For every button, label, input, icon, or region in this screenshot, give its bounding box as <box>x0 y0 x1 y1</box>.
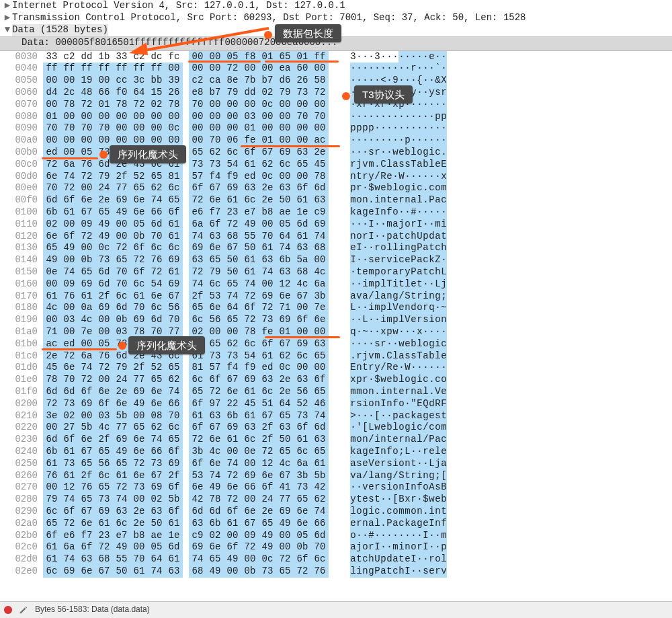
hex-bytes[interactable]: 76612f6c616e672f537472696e673b5b <box>43 470 338 482</box>
hex-bytes[interactable]: 0000000000000000007006fe010000ac <box>43 134 338 147</box>
hex-bytes[interactable]: 00034c000b696d706c56657273696f6e <box>43 314 338 326</box>
hex-bytes[interactable]: 6176612f6c616e672f537472696e673b <box>43 291 338 303</box>
hex-row[interactable]: 02906c6f6769632e636f6d6d6f6e2e696e74logi… <box>0 506 672 518</box>
hex-row[interactable]: 02406b616765496e666f3b4c000e72656c65kage… <box>0 446 672 458</box>
hex-bytes[interactable]: 6e6f7249000b70617463685570646174 <box>43 231 338 243</box>
hex-row[interactable]: 019000034c000b696d706c56657273696f6e··L·… <box>0 314 672 326</box>
hex-bytes[interactable]: 6174636855706461746549000c726f6c <box>43 553 338 566</box>
hex-bytes[interactable]: 4c000a696d706c56656e646f7271007e <box>43 302 338 314</box>
hex-row[interactable]: 02103e0200035b00087061636b6167657374>···… <box>0 410 672 422</box>
hex-bytes[interactable]: 0e74656d706f7261727950617463684c <box>43 266 338 278</box>
hex-row[interactable]: 01b0aced00057372001d7765626c6f676963····… <box>0 338 672 350</box>
hex-row[interactable]: 0280797465737400025b4278720024776562ytes… <box>0 494 672 506</box>
hex-bytes[interactable]: 00275b4c7765626c6f6769632f636f6d <box>43 422 338 434</box>
hex-bytes[interactable]: 61736556657273696f6e7400124c6a61 <box>43 458 338 470</box>
hex-row[interactable]: 022000275b4c7765626c6f6769632f636f6d·'[L… <box>0 422 672 434</box>
hex-row[interactable]: 003033c2dd1b33c2dcfc000005f8016501ff3···… <box>0 51 672 63</box>
hex-row[interactable]: 00d06e7472792f52658157f4f9ed0c000078ntry… <box>0 171 672 183</box>
hex-bytes[interactable]: ed00057372001d7765626c6f6769632e <box>43 147 338 159</box>
hex-row[interactable]: 01100200094900056d616a6f724900056d69···I… <box>0 219 672 231</box>
hex-row[interactable]: 0270001276657273696f6e496e666f417342··ve… <box>0 481 672 494</box>
hex-row[interactable]: 02306d6f6e2f696e7465726e616c2f506163mon/… <box>0 434 672 446</box>
tree-row-data[interactable]: ▼ Data (1528 bytes) <box>0 24 672 36</box>
hex-bytes[interactable]: 6d6f6e2e696e7465726e616c2e506163 <box>43 194 338 206</box>
hex-bytes[interactable]: 707200247765626c6f6769632e636f6d <box>43 182 338 194</box>
expand-icon[interactable]: ▶ <box>3 0 12 12</box>
hex-row[interactable]: 01500e74656d706f7261727950617463684c·tem… <box>0 266 672 278</box>
hex-ascii: q·~··xpw···x···· <box>350 326 451 338</box>
hex-bytes[interactable]: 2e726a766d2e436c6173735461626c65 <box>43 350 338 362</box>
hex-row[interactable]: 0090707070700000000c0000000100000000pppp… <box>0 122 672 134</box>
hex-bytes[interactable]: 7273696f6e496e666f97224551645246 <box>43 398 338 410</box>
hex-row[interactable]: 01006b616765496e666fe6f723e7b8ae1ec9kage… <box>0 206 672 219</box>
hex-bytes[interactable]: 71007e000378707702000078fe010000 <box>43 326 338 338</box>
hex-bytes[interactable]: 6549000c726f6c6c696e675061746368 <box>43 242 338 254</box>
hex-bytes[interactable]: 0078720178720278700000000c000000 <box>43 99 338 111</box>
hex-bytes[interactable]: 6e7472792f52658157f4f9ed0c000078 <box>43 171 338 183</box>
hex-bytes[interactable]: 707070700000000c0000000100000000 <box>43 122 338 134</box>
expand-icon[interactable]: ▶ <box>3 12 12 24</box>
hex-row[interactable]: 02b06fe6f723e7b8ae1ec90200094900056do··#… <box>0 530 672 542</box>
hex-row[interactable]: 02d06174636855706461746549000c726f6catch… <box>0 553 672 566</box>
hex-row[interactable]: 005000001900cc3cbb39c2ca8e7bb7d62658····… <box>0 75 672 87</box>
hex-bytes[interactable]: 6fe6f723e7b8ae1ec90200094900056d <box>43 530 338 542</box>
hex-row[interactable]: 025061736556657273696f6e7400124c6a61aseV… <box>0 458 672 470</box>
tree-row-tcp[interactable]: ▶ Transmission Control Protocol, Src Por… <box>0 12 672 24</box>
hex-row[interactable]: 00700078720178720278700000000c000000·xr·… <box>0 99 672 111</box>
hex-bytes[interactable]: d42c4866f0641526e8b779dd02797372 <box>43 87 338 99</box>
hex-bytes[interactable]: 6c696e67506174636849000b73657276 <box>43 566 338 578</box>
hex-row[interactable]: 01804c000a696d706c56656e646f7271007eL··i… <box>0 302 672 314</box>
hex-row[interactable]: 00a00000000000000000007006fe010000ac····… <box>0 134 672 147</box>
hex-row[interactable]: 01306549000c726f6c6c696e675061746368eI··… <box>0 242 672 254</box>
edit-icon[interactable] <box>19 605 28 615</box>
hex-bytes[interactable]: 797465737400025b4278720024776562 <box>43 494 338 506</box>
hex-bytes[interactable]: ffffffffffffff000000720000ea6000 <box>43 63 338 75</box>
hex-row[interactable]: 008001000000000000000000000300007070····… <box>0 111 672 123</box>
hex-bytes[interactable]: 33c2dd1b33c2dcfc000005f8016501ff <box>43 51 338 63</box>
hex-ascii: ·········p······ <box>350 134 451 147</box>
hex-bytes[interactable]: 616a6f724900056d696e6f7249000b70 <box>43 541 338 553</box>
hex-row[interactable]: 01d0456e7472792f52658157f4f9ed0c0000Entr… <box>0 362 672 374</box>
hex-bytes[interactable]: 6b616765496e666f3b4c000e72656c65 <box>43 446 338 458</box>
hex-row[interactable]: 01a071007e000378707702000078fe010000q·~·… <box>0 326 672 338</box>
hex-row[interactable]: 02007273696f6e496e666f97224551645246rsio… <box>0 398 672 410</box>
hex-row[interactable]: 00f06d6f6e2e696e7465726e616c2e506163mon.… <box>0 194 672 206</box>
hex-bytes[interactable]: 6b616765496e666fe6f723e7b8ae1ec9 <box>43 206 338 219</box>
hex-bytes[interactable]: 6d6d6f6e2e696e7465726e616c2e5665 <box>43 386 338 398</box>
hex-bytes[interactable]: 6d6f6e2f696e7465726e616c2f506163 <box>43 434 338 446</box>
hex-row[interactable]: 01f06d6d6f6e2e696e7465726e616c2e5665mmon… <box>0 386 672 398</box>
collapse-icon[interactable]: ▼ <box>3 24 12 36</box>
hex-bytes[interactable]: 3e0200035b00087061636b6167657374 <box>43 410 338 422</box>
hex-row[interactable]: 02e06c696e67506174636849000b73657276ling… <box>0 566 672 578</box>
hex-row[interactable]: 01600009696d706c5469746c657400124c6a··im… <box>0 278 672 291</box>
hex-row[interactable]: 01e078707200247765626c6f6769632e636fxpr·… <box>0 374 672 386</box>
tree-row-data-sub[interactable]: Data: 000005f8016501ffffffffffffffff0000… <box>0 36 672 50</box>
hex-bytes[interactable]: 00001900cc3cbb39c2ca8e7bb7d62658 <box>43 75 338 87</box>
hex-bytes[interactable]: 001276657273696f6e496e666f417342 <box>43 481 338 494</box>
hex-row[interactable]: 02c0616a6f724900056d696e6f7249000b70ajor… <box>0 541 672 553</box>
hex-bytes[interactable]: 49000b736572766963655061636b5a00 <box>43 254 338 266</box>
hex-row[interactable]: 01c02e726a766d2e436c6173735461626c65.rjv… <box>0 350 672 362</box>
hex-bytes[interactable]: 6c6f6769632e636f6d6d6f6e2e696e74 <box>43 506 338 518</box>
hex-row[interactable]: 0060d42c4866f0641526e8b779dd02797372·,Hf… <box>0 87 672 99</box>
hex-row[interactable]: 00b0ed00057372001d7765626c6f6769632e···s… <box>0 147 672 159</box>
hex-bytes[interactable]: 0200094900056d616a6f724900056d69 <box>43 219 338 231</box>
hex-bytes[interactable]: 65726e616c2e5061636b616765496e66 <box>43 518 338 530</box>
hex-bytes[interactable]: aced00057372001d7765626c6f676963 <box>43 338 338 350</box>
hex-bytes[interactable]: 726a766d2e436c6173735461626c6545 <box>43 159 338 171</box>
hex-bytes[interactable]: 78707200247765626c6f6769632e636f <box>43 374 338 386</box>
hex-row[interactable]: 0040ffffffffffffff000000720000ea6000····… <box>0 63 672 75</box>
hex-bytes[interactable]: 01000000000000000000000300007070 <box>43 111 338 123</box>
tree-row-ipv4[interactable]: ▶ Internet Protocol Version 4, Src: 127.… <box>0 0 672 12</box>
hex-bytes[interactable]: 456e7472792f52658157f4f9ed0c0000 <box>43 362 338 374</box>
hex-row[interactable]: 01206e6f7249000b70617463685570646174norI… <box>0 231 672 243</box>
hex-row[interactable]: 01706176612f6c616e672f537472696e673bava/… <box>0 291 672 303</box>
hex-bytes[interactable]: 0009696d706c5469746c657400124c6a <box>43 278 338 291</box>
hex-view[interactable]: 数据包长度 T3协议头 序列化魔术头 序列化魔术头 003033c2dd1b33… <box>0 51 672 578</box>
hex-row[interactable]: 00e0707200247765626c6f6769632e636f6dpr·$… <box>0 182 672 194</box>
hex-row[interactable]: 02a065726e616c2e5061636b616765496e66erna… <box>0 518 672 530</box>
hex-row[interactable]: 026076612f6c616e672f537472696e673b5bva/l… <box>0 470 672 482</box>
hex-row[interactable]: 00c0726a766d2e436c6173735461626c6545rjvm… <box>0 159 672 171</box>
record-icon[interactable] <box>4 606 12 614</box>
hex-row[interactable]: 014049000b736572766963655061636b5a00I··s… <box>0 254 672 266</box>
